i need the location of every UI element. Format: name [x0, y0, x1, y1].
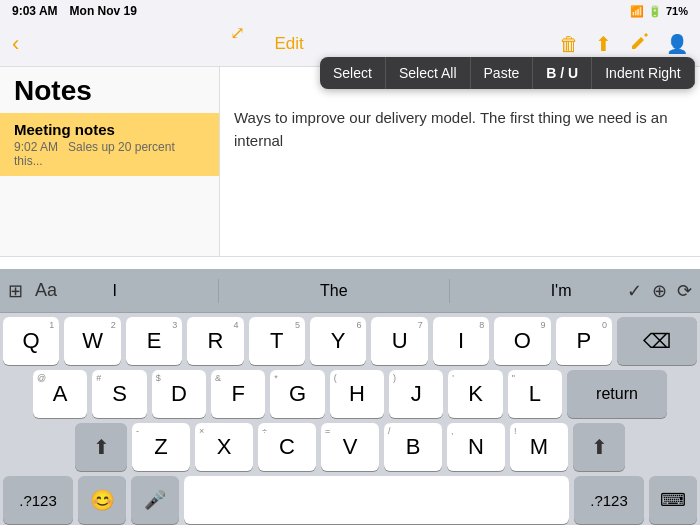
status-time: 9:03 AM: [12, 4, 58, 18]
key-d[interactable]: $D: [152, 370, 206, 418]
key-n[interactable]: ,N: [447, 423, 505, 471]
divider-area: [0, 256, 700, 269]
select-button[interactable]: Select: [320, 57, 386, 89]
key-x[interactable]: ×X: [195, 423, 253, 471]
numbers-key-left[interactable]: .?123: [3, 476, 73, 524]
status-date: Mon Nov 19: [70, 4, 137, 18]
autocomplete-bar: ⊞ Aa I The I'm ✓ ⊕ ⟳: [0, 269, 700, 313]
notes-heading: Notes: [0, 67, 219, 113]
back-button[interactable]: ‹: [12, 31, 19, 57]
main-area: Notes Meeting notes 9:02 AM Sales up 20 …: [0, 66, 700, 256]
suggestion-1[interactable]: I: [103, 278, 127, 304]
profile-icon: 👤: [666, 33, 688, 55]
key-c[interactable]: ÷C: [258, 423, 316, 471]
shift-key-right[interactable]: ⬆: [573, 423, 625, 471]
battery-icon: 🔋: [648, 5, 662, 18]
key-v[interactable]: =V: [321, 423, 379, 471]
battery-percent: 71%: [666, 5, 688, 17]
paste-button[interactable]: Paste: [471, 57, 534, 89]
note-item-title: Meeting notes: [14, 121, 205, 138]
trash-icon[interactable]: 🗑: [559, 33, 579, 56]
delete-key[interactable]: ⌫: [617, 317, 697, 365]
space-key[interactable]: [184, 476, 569, 524]
drag-handle-icon: ⤢: [230, 23, 245, 43]
wifi-icon: 📶: [630, 5, 644, 18]
mic-icon: 🎤: [144, 489, 166, 511]
numbers-label-left: .?123: [19, 492, 57, 509]
mic-key[interactable]: 🎤: [131, 476, 179, 524]
key-a[interactable]: @A: [33, 370, 87, 418]
key-f[interactable]: &F: [211, 370, 265, 418]
key-t[interactable]: 5T: [249, 317, 305, 365]
font-size-icon[interactable]: Aa: [35, 280, 57, 301]
return-label: return: [596, 385, 638, 403]
format-icon[interactable]: ⊞: [8, 280, 23, 302]
shift-icon-right: ⬆: [591, 435, 608, 459]
shift-key-left[interactable]: ⬆: [75, 423, 127, 471]
edit-button[interactable]: Edit: [275, 34, 304, 54]
key-o[interactable]: 9O: [494, 317, 550, 365]
key-k[interactable]: 'K: [448, 370, 502, 418]
key-g[interactable]: *G: [270, 370, 324, 418]
divider-2: [449, 279, 450, 303]
key-row-1: 1Q 2W 3E 4R 5T 6Y 7U 8I 9O 0P ⌫: [3, 317, 697, 365]
emoji-key[interactable]: 😊: [78, 476, 126, 524]
return-key[interactable]: return: [567, 370, 667, 418]
shift-icon-left: ⬆: [93, 435, 110, 459]
indent-right-button[interactable]: Indent Right: [592, 57, 695, 89]
key-j[interactable]: )J: [389, 370, 443, 418]
rotate-icon[interactable]: ⟳: [677, 280, 692, 302]
key-w[interactable]: 2W: [64, 317, 120, 365]
note-list-item[interactable]: Meeting notes 9:02 AM Sales up 20 percen…: [0, 113, 219, 176]
note-item-meta: 9:02 AM Sales up 20 percent this...: [14, 140, 205, 168]
keyboard-area: ⊞ Aa I The I'm ✓ ⊕ ⟳ 1Q 2W 3E 4R 5T 6Y 7…: [0, 269, 700, 525]
sidebar: Notes Meeting notes 9:02 AM Sales up 20 …: [0, 67, 220, 256]
key-e[interactable]: 3E: [126, 317, 182, 365]
suggestion-2[interactable]: The: [310, 278, 358, 304]
key-s[interactable]: #S: [92, 370, 146, 418]
bold-underline-button[interactable]: B / U: [533, 57, 592, 89]
delete-icon: ⌫: [643, 329, 671, 353]
key-r[interactable]: 4R: [187, 317, 243, 365]
numbers-label-right: .?123: [590, 492, 628, 509]
key-z[interactable]: -Z: [132, 423, 190, 471]
key-u[interactable]: 7U: [371, 317, 427, 365]
status-bar: 9:03 AM Mon Nov 19 📶 🔋 71%: [0, 0, 700, 22]
key-row-2: @A #S $D &F *G (H )J 'K "L return: [3, 370, 697, 418]
note-time: 9:02 AM: [14, 140, 58, 154]
share-icon[interactable]: ⬆: [595, 32, 612, 56]
key-q[interactable]: 1Q: [3, 317, 59, 365]
numbers-key-right[interactable]: .?123: [574, 476, 644, 524]
key-y[interactable]: 6Y: [310, 317, 366, 365]
key-p[interactable]: 0P: [556, 317, 612, 365]
check-icon[interactable]: ✓: [627, 280, 642, 302]
suggestion-3[interactable]: I'm: [541, 278, 582, 304]
compose-icon[interactable]: [628, 31, 650, 58]
keyboard-hide-icon: ⌨: [660, 489, 686, 511]
note-content[interactable]: Select Select All Paste B / U Indent Rig…: [220, 67, 700, 256]
emoji-icon: 😊: [90, 488, 115, 512]
select-all-button[interactable]: Select All: [386, 57, 471, 89]
key-row-4: .?123 😊 🎤 .?123 ⌨: [3, 476, 697, 524]
context-menu: Select Select All Paste B / U Indent Rig…: [320, 57, 695, 89]
keyboard-keys: 1Q 2W 3E 4R 5T 6Y 7U 8I 9O 0P ⌫ @A #S $D…: [0, 313, 700, 525]
divider-1: [218, 279, 219, 303]
add-icon[interactable]: ⊕: [652, 280, 667, 302]
key-l[interactable]: "L: [508, 370, 562, 418]
key-m[interactable]: !M: [510, 423, 568, 471]
note-text: Ways to improve our delivery model. The …: [234, 107, 686, 152]
key-row-3: ⬆ -Z ×X ÷C =V /B ,N !M ⬆: [3, 423, 697, 471]
key-i[interactable]: 8I: [433, 317, 489, 365]
key-b[interactable]: /B: [384, 423, 442, 471]
keyboard-hide-key[interactable]: ⌨: [649, 476, 697, 524]
key-h[interactable]: (H: [330, 370, 384, 418]
